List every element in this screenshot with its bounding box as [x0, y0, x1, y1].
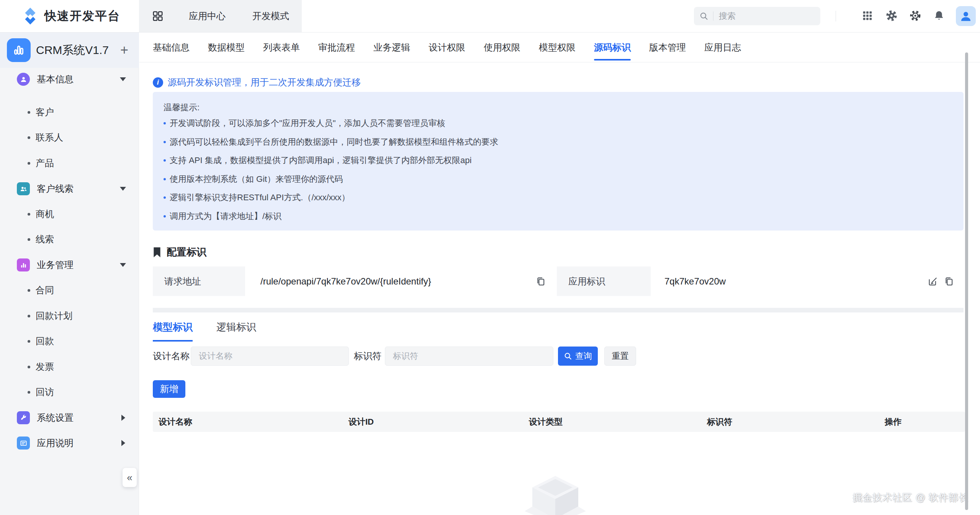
- sidebar-item-label: 发票: [36, 361, 54, 373]
- topbar-separator: [836, 11, 836, 21]
- sidebar-item-invoice[interactable]: 发票: [0, 354, 139, 379]
- col-actions: 操作: [885, 416, 965, 428]
- identifier-label: 标识符: [354, 347, 381, 366]
- app-title: CRM系统V1.7: [36, 43, 120, 58]
- tip-item: 开发调试阶段，可以添加多个"应用开发人员"，添加人员不需要管理员审核: [164, 114, 953, 133]
- bullet-icon: [28, 162, 30, 165]
- sidebar-item-contract[interactable]: 合同: [0, 278, 139, 303]
- tips-title: 温馨提示:: [164, 101, 953, 114]
- settings-gear-outline-icon[interactable]: [909, 10, 921, 22]
- sidebar-group-basic-info[interactable]: 基本信息: [0, 67, 139, 92]
- sidebar-item-label: 线索: [36, 233, 54, 245]
- sidebar-collapse-button[interactable]: «: [123, 468, 137, 487]
- edit-icon[interactable]: [928, 276, 938, 287]
- subtab-model-identifier[interactable]: 模型标识: [153, 320, 193, 342]
- platform-title: 快速开发平台: [44, 8, 120, 24]
- sidebar-item-contact[interactable]: 联系人: [0, 125, 139, 150]
- tab-approval-flow[interactable]: 审批流程: [318, 34, 355, 61]
- logo-diamond-icon: [21, 7, 39, 25]
- platform-logo: 快速开发平台: [21, 0, 120, 32]
- sidebar-group-app-docs[interactable]: 应用说明: [0, 430, 139, 456]
- tab-data-model[interactable]: 数据模型: [208, 34, 245, 61]
- tab-list-form[interactable]: 列表表单: [263, 34, 300, 61]
- tab-source-identifier[interactable]: 源码标识: [594, 34, 631, 61]
- dashboard-icon[interactable]: [152, 10, 164, 22]
- apps-grid-icon[interactable]: [862, 10, 873, 21]
- avatar[interactable]: [956, 6, 976, 26]
- wrench-icon: [17, 411, 30, 424]
- bullet-icon: [164, 141, 166, 143]
- subtab-logic-identifier[interactable]: 逻辑标识: [216, 320, 256, 342]
- chart-icon: [17, 258, 30, 271]
- design-name-label: 设计名称: [153, 347, 190, 366]
- tab-model-permission[interactable]: 模型权限: [539, 34, 576, 61]
- tab-business-logic[interactable]: 业务逻辑: [373, 34, 410, 61]
- tips-panel: 温馨提示: 开发调试阶段，可以添加多个"应用开发人员"，添加人员不需要管理员审核…: [153, 92, 964, 231]
- top-nav-strip: 应用中心 开发模式: [139, 0, 302, 32]
- chevron-down-icon: [120, 187, 126, 191]
- bullet-icon: [164, 215, 166, 217]
- sidebar-item-label: 客户: [36, 106, 54, 118]
- user-icon: [17, 73, 30, 86]
- sidebar-item-revisit[interactable]: 回访: [0, 379, 139, 405]
- sidebar-item-label: 回款计划: [36, 310, 72, 322]
- sidebar-item-opportunity[interactable]: 商机: [0, 201, 139, 227]
- tip-item: 源代码可以轻松集成到平台所使用的数据源中，同时也要了解数据模型和组件格式的要求: [164, 133, 953, 152]
- app-header: CRM系统V1.7 +: [0, 33, 139, 68]
- doc-icon: [17, 437, 30, 450]
- sidebar-item-clue[interactable]: 线索: [0, 227, 139, 252]
- search-input[interactable]: 搜索: [694, 7, 820, 25]
- top-bar: 快速开发平台 应用中心 开发模式 搜索: [0, 0, 980, 33]
- bullet-icon: [164, 122, 166, 124]
- settings-gear-filled-icon[interactable]: [885, 10, 898, 22]
- config-section-title: 配置标识: [153, 245, 206, 259]
- sidebar-item-label: 回款: [36, 335, 54, 347]
- sidebar-group-label: 业务管理: [37, 259, 120, 271]
- users-icon: [17, 182, 30, 195]
- app-identifier-label: 应用标识: [557, 266, 651, 296]
- bullet-icon: [28, 238, 30, 241]
- bell-icon[interactable]: [933, 10, 945, 21]
- scrollbar[interactable]: [965, 52, 968, 510]
- identifier-input[interactable]: [385, 347, 553, 366]
- sidebar-item-payment[interactable]: 回款: [0, 329, 139, 354]
- nav-app-center[interactable]: 应用中心: [189, 10, 226, 22]
- sidebar-group-business[interactable]: 业务管理: [0, 252, 139, 278]
- copy-icon[interactable]: [944, 276, 954, 287]
- sidebar-group-leads[interactable]: 客户线索: [0, 176, 139, 201]
- col-design-id: 设计ID: [348, 416, 529, 428]
- nav-dev-mode[interactable]: 开发模式: [252, 10, 289, 22]
- tab-version-management[interactable]: 版本管理: [649, 34, 686, 61]
- sidebar-item-product[interactable]: 产品: [0, 150, 139, 176]
- search-icon: [699, 11, 708, 21]
- app-icon[interactable]: [7, 38, 31, 62]
- user-avatar-icon: [959, 10, 972, 23]
- identifier-subtabs: 模型标识 逻辑标识: [153, 320, 256, 342]
- page-description: i 源码开发标识管理，用于二次开发集成方便迁移: [153, 76, 361, 88]
- bullet-icon: [164, 196, 166, 199]
- col-identifier: 标识符: [707, 416, 885, 428]
- design-name-input[interactable]: [191, 347, 349, 366]
- table-header: 设计名称 设计ID 设计类型 标识符 操作: [153, 412, 965, 432]
- bullet-icon: [164, 159, 166, 162]
- search-icon: [564, 352, 572, 360]
- add-button[interactable]: 新增: [153, 380, 185, 398]
- bullet-icon: [28, 289, 30, 292]
- tab-basic-info[interactable]: 基础信息: [153, 34, 190, 61]
- main-content: 基础信息 数据模型 列表表单 审批流程 业务逻辑 设计权限 使用权限 模型权限 …: [139, 33, 980, 515]
- bookmark-icon: [153, 247, 161, 258]
- sidebar-group-system-settings[interactable]: 系统设置: [0, 405, 139, 430]
- bullet-icon: [28, 366, 30, 368]
- bullet-icon: [164, 178, 166, 180]
- sidebar-item-customer[interactable]: 客户: [0, 100, 139, 125]
- tab-app-log[interactable]: 应用日志: [704, 34, 741, 61]
- sidebar-item-label: 商机: [36, 208, 54, 220]
- tab-design-permission[interactable]: 设计权限: [429, 34, 465, 61]
- sidebar-item-payment-plan[interactable]: 回款计划: [0, 303, 139, 329]
- add-app-button[interactable]: +: [120, 42, 128, 58]
- bullet-icon: [28, 391, 30, 394]
- copy-icon[interactable]: [535, 276, 546, 287]
- reset-button[interactable]: 重置: [604, 347, 636, 366]
- tab-use-permission[interactable]: 使用权限: [484, 34, 520, 61]
- search-button[interactable]: 查询: [558, 347, 598, 366]
